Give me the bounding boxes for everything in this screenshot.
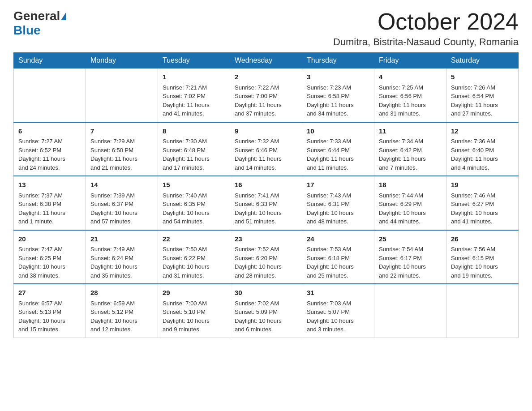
day-number: 19: [451, 180, 514, 190]
calendar-header-wednesday: Wednesday: [230, 53, 302, 68]
day-number: 8: [163, 126, 225, 137]
calendar-header-thursday: Thursday: [302, 53, 374, 68]
day-number: 14: [90, 180, 153, 190]
calendar-cell: 15Sunrise: 7:40 AMSunset: 6:35 PMDayligh…: [158, 176, 230, 230]
calendar-cell: 13Sunrise: 7:37 AMSunset: 6:38 PMDayligh…: [14, 176, 86, 230]
calendar-cell: [374, 284, 446, 338]
day-number: 28: [90, 288, 153, 298]
calendar-cell: 6Sunrise: 7:27 AMSunset: 6:52 PMDaylight…: [14, 122, 86, 176]
day-number: 12: [451, 126, 514, 137]
day-info: Sunrise: 7:02 AMSunset: 5:09 PMDaylight:…: [235, 299, 297, 334]
calendar-cell: 1Sunrise: 7:21 AMSunset: 7:02 PMDaylight…: [158, 68, 230, 122]
calendar-cell: 25Sunrise: 7:54 AMSunset: 6:17 PMDayligh…: [374, 230, 446, 284]
calendar-cell: 9Sunrise: 7:32 AMSunset: 6:46 PMDaylight…: [230, 122, 302, 176]
day-number: 27: [18, 288, 81, 298]
calendar-week-row: 6Sunrise: 7:27 AMSunset: 6:52 PMDaylight…: [14, 122, 519, 176]
calendar-header-row: SundayMondayTuesdayWednesdayThursdayFrid…: [14, 53, 519, 68]
calendar-cell: 12Sunrise: 7:36 AMSunset: 6:40 PMDayligh…: [446, 122, 519, 176]
calendar-cell: 23Sunrise: 7:52 AMSunset: 6:20 PMDayligh…: [230, 230, 302, 284]
calendar-cell: [14, 68, 86, 122]
calendar-cell: [446, 284, 519, 338]
day-info: Sunrise: 7:56 AMSunset: 6:15 PMDaylight:…: [451, 245, 514, 280]
calendar-cell: 26Sunrise: 7:56 AMSunset: 6:15 PMDayligh…: [446, 230, 519, 284]
day-info: Sunrise: 6:59 AMSunset: 5:12 PMDaylight:…: [90, 299, 153, 334]
calendar-cell: 11Sunrise: 7:34 AMSunset: 6:42 PMDayligh…: [374, 122, 446, 176]
logo-triangle-icon: [61, 12, 66, 20]
calendar-cell: 19Sunrise: 7:46 AMSunset: 6:27 PMDayligh…: [446, 176, 519, 230]
calendar-cell: 29Sunrise: 7:00 AMSunset: 5:10 PMDayligh…: [158, 284, 230, 338]
calendar-header-sunday: Sunday: [14, 53, 86, 68]
logo: General Blue: [13, 9, 67, 38]
calendar-week-row: 13Sunrise: 7:37 AMSunset: 6:38 PMDayligh…: [14, 176, 519, 230]
calendar-cell: 2Sunrise: 7:22 AMSunset: 7:00 PMDaylight…: [230, 68, 302, 122]
calendar-cell: 8Sunrise: 7:30 AMSunset: 6:48 PMDaylight…: [158, 122, 230, 176]
day-number: 22: [163, 234, 225, 244]
day-info: Sunrise: 7:03 AMSunset: 5:07 PMDaylight:…: [307, 299, 369, 334]
day-number: 20: [18, 234, 81, 244]
day-info: Sunrise: 7:49 AMSunset: 6:24 PMDaylight:…: [90, 245, 153, 280]
title-section: October 2024 Dumitra, Bistrita-Nasaud Co…: [333, 9, 519, 48]
day-info: Sunrise: 7:30 AMSunset: 6:48 PMDaylight:…: [163, 137, 225, 172]
day-number: 21: [90, 234, 153, 244]
calendar-cell: 31Sunrise: 7:03 AMSunset: 5:07 PMDayligh…: [302, 284, 374, 338]
day-number: 24: [307, 234, 369, 244]
calendar-cell: 24Sunrise: 7:53 AMSunset: 6:18 PMDayligh…: [302, 230, 374, 284]
day-info: Sunrise: 7:29 AMSunset: 6:50 PMDaylight:…: [90, 137, 153, 172]
day-number: 3: [307, 72, 369, 82]
calendar-cell: 17Sunrise: 7:43 AMSunset: 6:31 PMDayligh…: [302, 176, 374, 230]
day-info: Sunrise: 7:39 AMSunset: 6:37 PMDaylight:…: [90, 191, 153, 226]
day-info: Sunrise: 7:50 AMSunset: 6:22 PMDaylight:…: [163, 245, 225, 280]
day-info: Sunrise: 7:37 AMSunset: 6:38 PMDaylight:…: [18, 191, 81, 226]
day-number: 17: [307, 180, 369, 190]
day-info: Sunrise: 7:33 AMSunset: 6:44 PMDaylight:…: [307, 137, 369, 172]
day-info: Sunrise: 7:54 AMSunset: 6:17 PMDaylight:…: [379, 245, 442, 280]
day-number: 16: [235, 180, 297, 190]
day-info: Sunrise: 7:41 AMSunset: 6:33 PMDaylight:…: [235, 191, 297, 226]
calendar-cell: 5Sunrise: 7:26 AMSunset: 6:54 PMDaylight…: [446, 68, 519, 122]
calendar-cell: 28Sunrise: 6:59 AMSunset: 5:12 PMDayligh…: [86, 284, 158, 338]
calendar-header-monday: Monday: [86, 53, 158, 68]
calendar-cell: 16Sunrise: 7:41 AMSunset: 6:33 PMDayligh…: [230, 176, 302, 230]
calendar-cell: 18Sunrise: 7:44 AMSunset: 6:29 PMDayligh…: [374, 176, 446, 230]
day-info: Sunrise: 7:34 AMSunset: 6:42 PMDaylight:…: [379, 137, 442, 172]
day-info: Sunrise: 7:25 AMSunset: 6:56 PMDaylight:…: [379, 83, 442, 118]
calendar-cell: 21Sunrise: 7:49 AMSunset: 6:24 PMDayligh…: [86, 230, 158, 284]
day-number: 5: [451, 72, 514, 82]
day-info: Sunrise: 7:32 AMSunset: 6:46 PMDaylight:…: [235, 137, 297, 172]
day-number: 2: [235, 72, 297, 82]
day-number: 10: [307, 126, 369, 137]
calendar-header-tuesday: Tuesday: [158, 53, 230, 68]
day-info: Sunrise: 7:26 AMSunset: 6:54 PMDaylight:…: [451, 83, 514, 118]
day-number: 6: [18, 126, 81, 137]
calendar-cell: 14Sunrise: 7:39 AMSunset: 6:37 PMDayligh…: [86, 176, 158, 230]
day-info: Sunrise: 7:53 AMSunset: 6:18 PMDaylight:…: [307, 245, 369, 280]
day-info: Sunrise: 7:44 AMSunset: 6:29 PMDaylight:…: [379, 191, 442, 226]
day-number: 1: [163, 72, 225, 82]
day-info: Sunrise: 7:27 AMSunset: 6:52 PMDaylight:…: [18, 137, 81, 172]
day-number: 15: [163, 180, 225, 190]
calendar-header-saturday: Saturday: [446, 53, 519, 68]
day-number: 7: [90, 126, 153, 137]
calendar-table: SundayMondayTuesdayWednesdayThursdayFrid…: [13, 52, 519, 338]
day-info: Sunrise: 7:46 AMSunset: 6:27 PMDaylight:…: [451, 191, 514, 226]
calendar-cell: 22Sunrise: 7:50 AMSunset: 6:22 PMDayligh…: [158, 230, 230, 284]
calendar-cell: 3Sunrise: 7:23 AMSunset: 6:58 PMDaylight…: [302, 68, 374, 122]
calendar-cell: 7Sunrise: 7:29 AMSunset: 6:50 PMDaylight…: [86, 122, 158, 176]
month-title: October 2024: [333, 9, 519, 34]
day-number: 29: [163, 288, 225, 298]
day-number: 26: [451, 234, 514, 244]
day-info: Sunrise: 7:21 AMSunset: 7:02 PMDaylight:…: [163, 83, 225, 118]
logo-blue-text: Blue: [13, 23, 41, 37]
day-info: Sunrise: 7:23 AMSunset: 6:58 PMDaylight:…: [307, 83, 369, 118]
logo-general-text: General: [13, 9, 60, 23]
day-number: 13: [18, 180, 81, 190]
calendar-cell: 30Sunrise: 7:02 AMSunset: 5:09 PMDayligh…: [230, 284, 302, 338]
calendar-cell: 10Sunrise: 7:33 AMSunset: 6:44 PMDayligh…: [302, 122, 374, 176]
day-number: 23: [235, 234, 297, 244]
location-title: Dumitra, Bistrita-Nasaud County, Romania: [333, 36, 519, 48]
day-info: Sunrise: 7:43 AMSunset: 6:31 PMDaylight:…: [307, 191, 369, 226]
day-number: 30: [235, 288, 297, 298]
day-info: Sunrise: 6:57 AMSunset: 5:13 PMDaylight:…: [18, 299, 81, 334]
day-number: 9: [235, 126, 297, 137]
calendar-cell: [86, 68, 158, 122]
